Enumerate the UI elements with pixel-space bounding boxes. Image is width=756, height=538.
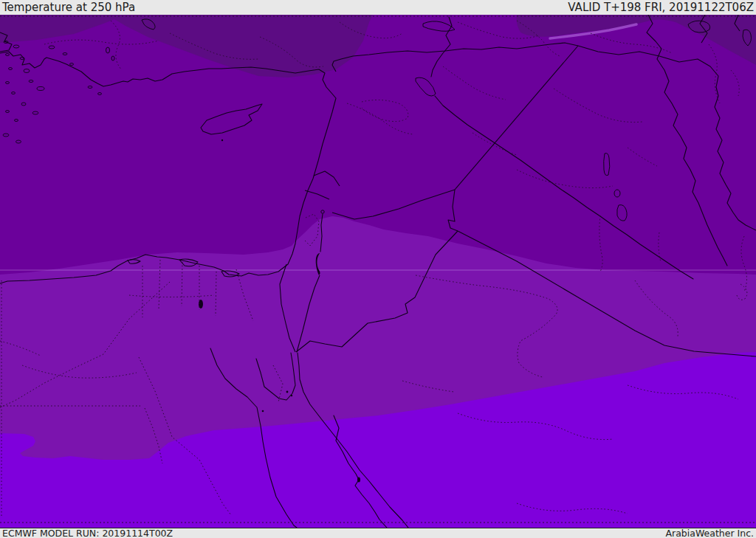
model-run-label: ECMWF MODEL RUN: 20191114T00Z: [2, 528, 173, 538]
temperature-bands: [0, 15, 756, 528]
red-sea-islet-2: [262, 410, 264, 413]
title-bar: Temperature at 250 hPa VALID T+198 FRI, …: [0, 0, 756, 15]
map-canvas: [0, 15, 756, 528]
valid-time-label: VALID T+198 FRI, 20191122T06Z: [568, 0, 754, 15]
weather-map-page: Temperature at 250 hPa VALID T+198 FRI, …: [0, 0, 756, 538]
page-title: Temperature at 250 hPa: [2, 0, 135, 15]
footer-bar: ECMWF MODEL RUN: 20191114T00Z ArabiaWeat…: [0, 528, 756, 538]
forecast-map: [0, 15, 756, 528]
brand-label: ArabiaWeather Inc.: [666, 528, 754, 538]
red-sea-islet: [291, 395, 292, 396]
tiran-island: [286, 391, 289, 393]
cyprus-islet: [221, 139, 223, 141]
